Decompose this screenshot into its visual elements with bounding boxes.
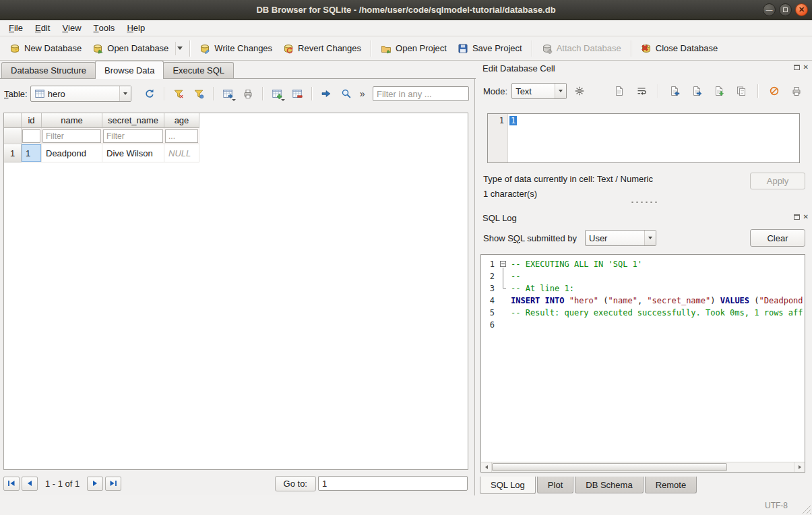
filter-input-age[interactable] bbox=[165, 129, 198, 143]
close-icon[interactable]: ✕ bbox=[803, 214, 809, 220]
minimize-window-button[interactable]: — bbox=[763, 3, 776, 16]
text-document-button[interactable] bbox=[611, 82, 628, 100]
import-data-icon bbox=[669, 86, 680, 96]
new-database-button[interactable]: New Database bbox=[4, 40, 87, 57]
splitter-handle[interactable] bbox=[630, 201, 658, 204]
first-record-button[interactable] bbox=[3, 477, 20, 491]
show-sql-label: Show SQL submitted by bbox=[483, 233, 577, 243]
grid-header-row: idnamesecret_nameage bbox=[4, 113, 468, 128]
delete-record-button[interactable] bbox=[288, 85, 306, 102]
next-record-button[interactable] bbox=[87, 477, 103, 491]
project-save-icon bbox=[458, 43, 468, 54]
cell-editor[interactable]: 1 1 bbox=[487, 113, 800, 163]
copy-data-button[interactable] bbox=[732, 82, 750, 100]
mode-combo[interactable]: Text bbox=[511, 83, 567, 99]
dock-tab-plot[interactable]: Plot bbox=[537, 477, 573, 493]
menu-help[interactable]: Help bbox=[121, 20, 151, 36]
export-data-button[interactable] bbox=[688, 82, 706, 100]
import-data-button[interactable] bbox=[666, 82, 683, 100]
toolbar-separator bbox=[532, 40, 532, 57]
previous-record-button[interactable] bbox=[22, 477, 38, 491]
clear-filters-icon bbox=[173, 88, 184, 99]
sql-log-text: -- EXECUTING ALL IN 'SQL 1' bbox=[511, 258, 805, 270]
print-cell-button[interactable] bbox=[788, 82, 805, 100]
cell-secret-name[interactable]: Dive Wilson bbox=[102, 144, 164, 162]
menu-edit[interactable]: Edit bbox=[29, 20, 56, 36]
open-project-button[interactable]: Open Project bbox=[375, 40, 452, 57]
revert-changes-button[interactable]: Revert Changes bbox=[278, 40, 367, 57]
float-icon[interactable] bbox=[794, 65, 800, 70]
scrollbar-track[interactable] bbox=[492, 462, 794, 472]
browse-data-panel: Table:hero» idnamesecret_nameage11Deadpo… bbox=[0, 79, 475, 495]
cell-name[interactable]: Deadpond bbox=[42, 144, 102, 162]
chevron-down-icon[interactable] bbox=[177, 47, 183, 50]
column-header-id[interactable]: id bbox=[22, 113, 42, 128]
print-table-button[interactable] bbox=[239, 85, 257, 102]
sql-log-text: -- At line 1: bbox=[511, 282, 805, 295]
column-header-secret-name[interactable]: secret_name bbox=[102, 113, 164, 128]
filter-input-name[interactable] bbox=[42, 129, 101, 143]
close-icon[interactable]: ✕ bbox=[803, 64, 809, 71]
mode-settings-button[interactable] bbox=[571, 82, 588, 100]
line-number: 2 bbox=[481, 270, 495, 282]
fold-toggle-icon[interactable] bbox=[500, 261, 506, 267]
dock-tab-remote[interactable]: Remote bbox=[645, 477, 697, 493]
tab-database-structure[interactable]: Database Structure bbox=[1, 62, 96, 78]
write-changes-button[interactable]: Write Changes bbox=[194, 40, 278, 57]
cell-age[interactable]: NULL bbox=[164, 144, 199, 162]
float-icon[interactable] bbox=[794, 214, 800, 220]
sql-source-combo[interactable]: User bbox=[585, 230, 656, 246]
menu-tools[interactable]: Tools bbox=[88, 20, 121, 36]
filter-any-input[interactable] bbox=[373, 86, 469, 101]
resize-grip[interactable] bbox=[801, 504, 811, 514]
save-project-button[interactable]: Save Project bbox=[452, 40, 528, 57]
tab-browse-data[interactable]: Browse Data bbox=[95, 61, 164, 79]
scrollbar-thumb[interactable] bbox=[492, 463, 727, 471]
maximize-window-button[interactable] bbox=[779, 3, 792, 16]
edit-cell-dock-title: Edit Database Cell bbox=[482, 63, 555, 73]
goto-button[interactable]: Go to: bbox=[275, 476, 316, 491]
save-filter-button[interactable] bbox=[190, 85, 208, 102]
column-header-name[interactable]: name bbox=[42, 113, 102, 128]
sql-log-text: INSERT INTO "hero" ("name", "secret_name… bbox=[511, 295, 805, 307]
goto-input[interactable] bbox=[318, 476, 468, 491]
toolbar-button-label: New Database bbox=[24, 43, 82, 53]
open-database-button[interactable]: Open Database bbox=[87, 40, 174, 57]
cell-editor-content[interactable]: 1 bbox=[508, 114, 799, 162]
save-data-button[interactable] bbox=[710, 82, 728, 100]
titlebar[interactable]: DB Browser for SQLite - /home/user/code/… bbox=[0, 0, 812, 20]
grid-corner[interactable] bbox=[4, 113, 22, 128]
goto-record-button[interactable] bbox=[317, 85, 335, 102]
toolbar-overflow-chevron[interactable]: » bbox=[360, 88, 365, 99]
table-combo[interactable]: hero bbox=[30, 86, 131, 102]
find-in-table-button[interactable] bbox=[338, 85, 355, 102]
apply-button[interactable]: Apply bbox=[750, 173, 805, 189]
set-null-button[interactable] bbox=[766, 82, 783, 100]
toolbar-separator bbox=[658, 84, 658, 98]
clear-filters-button[interactable] bbox=[170, 85, 187, 102]
close-window-button[interactable]: ✕ bbox=[795, 3, 808, 16]
menu-view[interactable]: View bbox=[56, 20, 87, 36]
dock-tab-db-schema[interactable]: DB Schema bbox=[575, 477, 643, 493]
scroll-left-icon[interactable] bbox=[481, 462, 492, 472]
attach-database-button[interactable]: Attach Database bbox=[536, 40, 627, 57]
close-database-button[interactable]: Close Database bbox=[635, 40, 724, 57]
export-table-button[interactable] bbox=[219, 85, 237, 102]
filter-input-id[interactable] bbox=[22, 129, 40, 143]
row-header[interactable]: 1 bbox=[4, 144, 22, 162]
sql-log-text: -- bbox=[511, 270, 805, 282]
clear-button[interactable]: Clear bbox=[750, 229, 805, 247]
filter-input-secret-name[interactable] bbox=[103, 129, 163, 143]
insert-record-button[interactable] bbox=[268, 85, 286, 102]
horizontal-scrollbar[interactable] bbox=[481, 462, 805, 472]
menu-file[interactable]: File bbox=[3, 20, 29, 36]
tab-execute-sql[interactable]: Execute SQL bbox=[163, 62, 234, 78]
cell-id[interactable]: 1 bbox=[22, 144, 42, 162]
column-header-age[interactable]: age bbox=[164, 113, 199, 128]
dock-tab-sql-log[interactable]: SQL Log bbox=[480, 477, 536, 494]
statusbar: UTF-8 bbox=[0, 495, 812, 515]
word-wrap-button[interactable] bbox=[633, 82, 650, 100]
last-record-button[interactable] bbox=[105, 477, 121, 491]
scroll-right-icon[interactable] bbox=[794, 462, 805, 472]
refresh-button[interactable] bbox=[141, 85, 158, 102]
